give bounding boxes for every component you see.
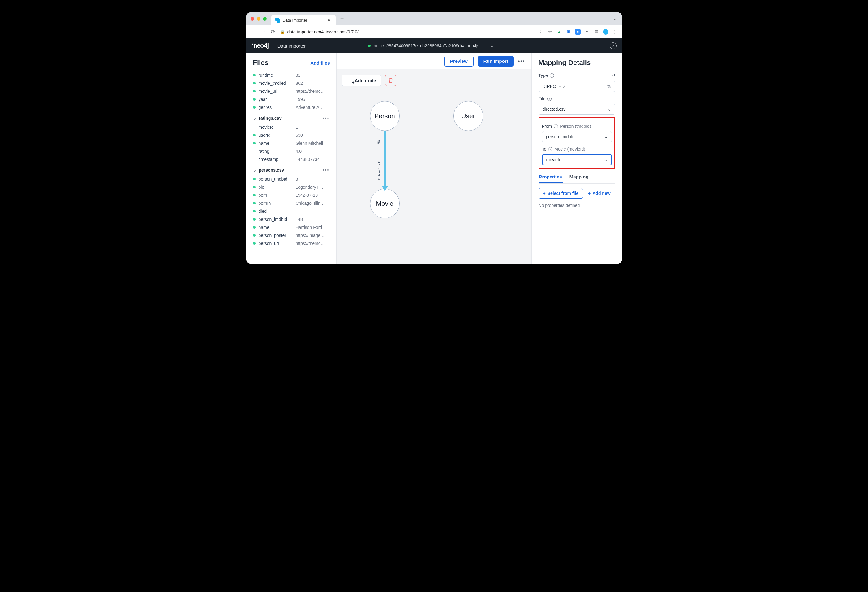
delete-button[interactable] — [385, 75, 396, 86]
field-value: https://image.… — [296, 233, 333, 238]
field-key: year — [258, 97, 293, 102]
file-group-header[interactable]: ⌄ ratings.csv ••• — [253, 111, 333, 123]
neo4j-logo: •neo4j — [252, 42, 269, 49]
field-value: https://themo… — [296, 241, 333, 246]
translate-icon[interactable]: ▣ — [566, 29, 571, 35]
from-select[interactable]: person_tmdbId ⌄ — [542, 131, 612, 142]
new-tab-button[interactable]: + — [338, 15, 347, 23]
forward-icon[interactable]: → — [260, 28, 266, 35]
info-icon[interactable]: i — [554, 124, 558, 128]
share-icon[interactable]: ⇪ — [538, 29, 543, 35]
mapped-dot-icon — [253, 74, 255, 77]
extension-icons: ⇪ ☆ ▲ ▣ ■ ✦ ▤ ⋮ — [538, 29, 618, 35]
tab-mapping[interactable]: Mapping — [569, 174, 589, 183]
field-key: userId — [258, 133, 293, 138]
tab-properties[interactable]: Properties — [539, 174, 563, 183]
node-movie[interactable]: Movie — [370, 189, 400, 218]
reload-icon[interactable]: ⟳ — [270, 28, 276, 35]
kebab-menu-icon[interactable]: ⋮ — [612, 29, 618, 35]
file-group-header[interactable]: ⌄ persons.csv ••• — [253, 163, 333, 175]
run-import-button[interactable]: Run Import — [478, 56, 514, 67]
mapped-dot-icon — [253, 186, 255, 188]
file-name: ratings.csv — [259, 116, 282, 121]
file-field-row: movieId 1 — [253, 123, 333, 131]
file-field-row: name Harrison Ford — [253, 223, 333, 231]
info-icon[interactable]: i — [548, 147, 552, 151]
field-value: 630 — [296, 133, 333, 138]
info-icon[interactable]: i — [550, 73, 554, 78]
more-icon[interactable]: ••• — [323, 116, 333, 121]
drive-icon[interactable]: ▲ — [557, 29, 562, 35]
maximize-window-icon[interactable] — [263, 17, 267, 21]
star-icon[interactable]: ☆ — [547, 29, 553, 35]
field-key: born — [258, 193, 293, 198]
file-field-row: person_imdbId 148 — [253, 215, 333, 223]
field-key: bio — [258, 185, 293, 190]
from-label: From i Person (tmdbId) — [542, 124, 612, 128]
tab-list-chevron-icon[interactable]: ⌄ — [611, 16, 620, 21]
file-field-row: person_url https://themo… — [253, 239, 333, 247]
file-field-row: born 1942-07-13 — [253, 191, 333, 199]
field-value: Glenn Mitchell — [296, 141, 333, 146]
preview-button[interactable]: Preview — [444, 56, 474, 67]
field-key: rating — [258, 149, 293, 154]
edge-percent: % — [377, 140, 381, 144]
puzzle-icon[interactable]: ✦ — [585, 29, 590, 35]
swap-direction-icon[interactable]: ⇄ — [611, 72, 615, 78]
chevron-down-icon: ⌄ — [253, 116, 257, 121]
tab-title: Data Importer — [283, 18, 307, 22]
mapped-dot-icon — [253, 202, 255, 204]
close-window-icon[interactable] — [251, 17, 254, 21]
back-icon[interactable]: ← — [251, 28, 256, 35]
profile-icon[interactable] — [603, 29, 608, 35]
field-value: 1 — [296, 125, 333, 130]
field-key: person_imdbId — [258, 217, 293, 222]
plus-icon: + — [543, 191, 546, 196]
add-new-button[interactable]: + Add new — [588, 191, 611, 196]
mapped-dot-icon — [253, 218, 255, 220]
files-heading: Files — [253, 59, 269, 67]
browser-window: Data Importer ✕ + ⌄ ← → ⟳ 🔒 data-importe… — [246, 12, 622, 264]
field-key: person_poster — [258, 233, 293, 238]
field-value: Adventure|A… — [296, 105, 333, 110]
add-node-button[interactable]: Add node — [341, 75, 381, 86]
file-field-row: timestamp 1443807734 — [253, 155, 333, 163]
mapped-dot-icon — [253, 210, 255, 213]
field-value: Chicago, Illin… — [296, 201, 333, 206]
type-input[interactable]: DIRECTED % — [539, 81, 615, 92]
minimize-window-icon[interactable] — [257, 17, 260, 21]
field-value: https://themo… — [296, 89, 333, 94]
info-icon[interactable]: i — [547, 96, 552, 101]
type-label: Type i ⇄ — [539, 72, 615, 78]
more-actions-icon[interactable]: ••• — [518, 59, 525, 64]
browser-tab[interactable]: Data Importer ✕ — [271, 15, 336, 25]
file-select[interactable]: directed.csv ⌄ — [539, 103, 615, 115]
node-person[interactable]: Person — [370, 101, 400, 131]
graph-canvas[interactable]: Preview Run Import ••• Add node Person U… — [337, 53, 532, 264]
file-field-row: year 1995 — [253, 95, 333, 103]
select-from-file-button[interactable]: + Select from file — [539, 188, 583, 199]
add-files-button[interactable]: + Add files — [306, 60, 330, 66]
to-select[interactable]: movieId ⌄ — [542, 154, 612, 165]
field-value: 1995 — [296, 97, 333, 102]
mapped-dot-icon — [253, 226, 255, 229]
more-icon[interactable]: ••• — [323, 168, 333, 173]
close-tab-icon[interactable]: ✕ — [326, 17, 332, 23]
file-field-row: runtime 81 — [253, 71, 333, 79]
field-key: name — [258, 225, 293, 230]
url-text: data-importer.neo4j.io/versions/0.7.0/ — [287, 30, 359, 34]
mapped-dot-icon — [253, 134, 255, 136]
reader-icon[interactable]: ▤ — [593, 29, 599, 35]
zoom-icon[interactable]: ■ — [575, 29, 581, 35]
field-value: 148 — [296, 217, 333, 222]
node-user[interactable]: User — [453, 101, 483, 131]
connection-selector[interactable]: bolt+s://85474006517e1dc2988064c7a2109d4… — [368, 43, 494, 48]
trash-icon — [388, 78, 394, 83]
chevron-down-icon: ⌄ — [608, 107, 611, 112]
help-icon[interactable]: ? — [610, 42, 617, 49]
edge-directed[interactable] — [384, 131, 386, 187]
address-bar[interactable]: 🔒 data-importer.neo4j.io/versions/0.7.0/ — [280, 30, 534, 34]
file-field-row: person_poster https://image.… — [253, 231, 333, 239]
field-value: 4.0 — [296, 149, 333, 154]
file-field-row: genres Adventure|A… — [253, 103, 333, 111]
